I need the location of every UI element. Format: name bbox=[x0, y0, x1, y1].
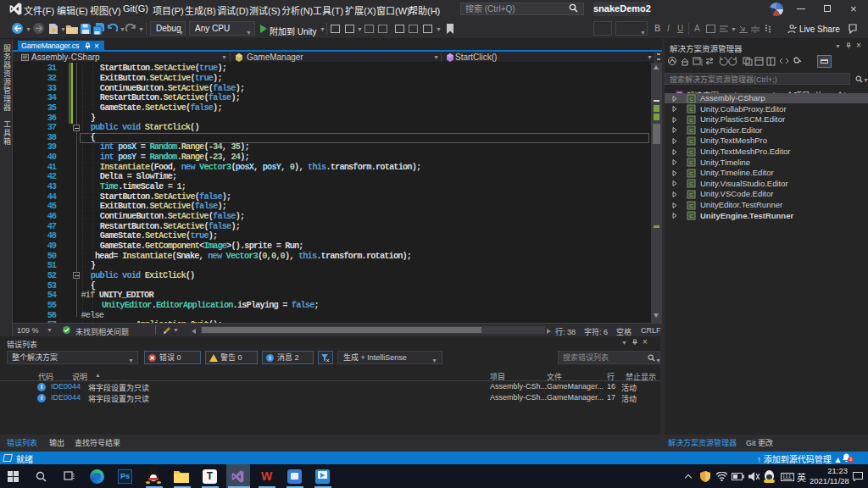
svg-text:C: C bbox=[689, 118, 693, 123]
svg-text:C: C bbox=[689, 171, 693, 176]
svg-text:C: C bbox=[689, 128, 693, 133]
svg-text:C: C bbox=[689, 181, 693, 186]
svg-text:C: C bbox=[689, 139, 693, 144]
svg-text:C: C bbox=[689, 192, 693, 197]
svg-text:C: C bbox=[689, 160, 693, 165]
svg-text:C: C bbox=[689, 214, 693, 219]
svg-text:C: C bbox=[689, 150, 693, 155]
svg-text:C: C bbox=[689, 107, 693, 112]
svg-text:C: C bbox=[689, 203, 693, 208]
svg-text:C: C bbox=[689, 97, 693, 102]
